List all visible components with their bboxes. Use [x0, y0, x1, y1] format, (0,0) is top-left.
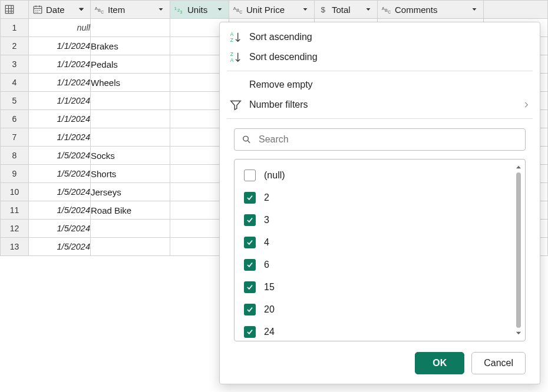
filter-value-item[interactable]: 3 — [239, 209, 513, 231]
column-filter-button[interactable] — [76, 5, 87, 14]
checkbox[interactable] — [244, 192, 256, 204]
column-header-unit-price[interactable]: ABC Unit Price — [229, 1, 315, 19]
filter-search[interactable] — [234, 128, 526, 151]
cancel-button[interactable]: Cancel — [471, 352, 526, 374]
menu-separator — [227, 71, 533, 71]
row-number[interactable]: 8 — [1, 147, 29, 165]
column-label: Units — [187, 5, 212, 15]
check-icon — [246, 328, 254, 336]
currency-type-icon: $ — [318, 4, 329, 15]
column-header-item[interactable]: ABC Item — [91, 1, 170, 19]
svg-text:C: C — [388, 10, 391, 14]
row-number[interactable]: 2 — [1, 37, 29, 55]
filter-value-label: 24 — [264, 327, 275, 337]
row-number[interactable]: 10 — [1, 183, 29, 201]
column-header-total[interactable]: $ Total — [315, 1, 378, 19]
filter-icon — [229, 98, 242, 111]
column-header-units[interactable]: 123 Units — [170, 1, 229, 19]
text-type-icon: ABC — [94, 4, 105, 15]
corner-cell[interactable] — [1, 1, 29, 19]
column-filter-button[interactable] — [363, 5, 374, 14]
ok-button[interactable]: OK — [415, 352, 464, 374]
row-number[interactable]: 7 — [1, 128, 29, 147]
row-number[interactable]: 13 — [1, 238, 29, 256]
row-number[interactable]: 9 — [1, 165, 29, 183]
filter-value-item[interactable]: 6 — [239, 254, 513, 276]
cell-date[interactable]: 1/1/2024 — [29, 55, 91, 74]
cell-item[interactable] — [91, 110, 170, 128]
cell-date[interactable]: 1/5/2024 — [29, 183, 91, 201]
cell-item[interactable] — [91, 128, 170, 147]
table-icon — [4, 4, 15, 15]
svg-text:$: $ — [321, 5, 326, 14]
cell-item[interactable]: Shorts — [91, 165, 170, 183]
checkbox[interactable] — [244, 259, 256, 271]
filter-value-item[interactable]: 20 — [239, 298, 513, 321]
column-header-comments[interactable]: ABC Comments — [378, 1, 484, 19]
row-number[interactable]: 3 — [1, 55, 29, 74]
svg-text:C: C — [101, 10, 104, 14]
row-number[interactable]: 11 — [1, 201, 29, 220]
number-filters-item[interactable]: Number filters — [220, 95, 540, 115]
cell-item[interactable] — [91, 220, 170, 238]
calendar-icon — [32, 4, 43, 15]
column-header-date[interactable]: Date — [29, 1, 91, 19]
column-filter-button[interactable] — [469, 5, 480, 14]
scroll-up-icon[interactable] — [514, 163, 523, 171]
cell-date[interactable]: 1/1/2024 — [29, 74, 91, 92]
filter-value-item[interactable]: 4 — [239, 231, 513, 254]
row-number[interactable]: 6 — [1, 110, 29, 128]
text-type-icon: ABC — [233, 4, 243, 15]
filter-value-item[interactable]: (null) — [239, 164, 513, 187]
cell-date[interactable]: 1/5/2024 — [29, 147, 91, 165]
cell-date[interactable]: 1/5/2024 — [29, 238, 91, 256]
checkbox[interactable] — [244, 281, 256, 293]
filter-search-input[interactable] — [258, 134, 518, 145]
cell-item[interactable]: Road Bike — [91, 201, 170, 220]
filter-value-label: 2 — [264, 192, 269, 203]
search-icon — [242, 134, 252, 145]
checkbox[interactable] — [244, 326, 256, 338]
svg-text:1: 1 — [174, 6, 177, 11]
filter-value-item[interactable]: 15 — [239, 276, 513, 298]
cell-item[interactable] — [91, 92, 170, 110]
scrollbar-thumb[interactable] — [516, 172, 521, 328]
scroll-down-icon[interactable] — [514, 329, 523, 337]
cell-date[interactable]: 1/1/2024 — [29, 128, 91, 147]
cell-date[interactable]: 1/5/2024 — [29, 201, 91, 220]
checkbox[interactable] — [244, 304, 256, 315]
row-number[interactable]: 5 — [1, 92, 29, 110]
cell-item[interactable] — [91, 238, 170, 256]
checkbox[interactable] — [244, 237, 256, 248]
cell-item[interactable]: Socks — [91, 147, 170, 165]
cell-date[interactable]: 1/1/2024 — [29, 37, 91, 55]
cell-item[interactable]: Brakes — [91, 37, 170, 55]
filter-value-item[interactable]: 24 — [239, 321, 513, 343]
cell-item[interactable]: Wheels — [91, 74, 170, 92]
column-label: Comments — [395, 5, 466, 15]
scrollbar[interactable] — [514, 163, 523, 337]
column-filter-button[interactable] — [156, 5, 166, 14]
cell-date[interactable]: 1/1/2024 — [29, 92, 91, 110]
row-number[interactable]: 12 — [1, 220, 29, 238]
cell-date[interactable]: 1/5/2024 — [29, 165, 91, 183]
cell-date[interactable]: null — [29, 19, 91, 37]
row-number[interactable]: 4 — [1, 74, 29, 92]
cell-date[interactable]: 1/5/2024 — [29, 220, 91, 238]
filter-value-item[interactable]: 2 — [239, 187, 513, 209]
row-number[interactable]: 1 — [1, 19, 29, 37]
checkbox[interactable] — [244, 170, 256, 181]
cell-item[interactable]: Pedals — [91, 55, 170, 74]
cell-date[interactable]: 1/1/2024 — [29, 110, 91, 128]
chevron-right-icon — [522, 101, 530, 109]
remove-empty-item[interactable]: Remove empty — [220, 75, 540, 95]
column-label: Item — [108, 5, 153, 15]
column-filter-button[interactable] — [300, 5, 311, 14]
chevron-down-icon — [471, 6, 478, 13]
cell-item[interactable] — [91, 19, 170, 37]
cell-item[interactable]: Jerseys — [91, 183, 170, 201]
sort-descending-item[interactable]: ZA Sort descending — [220, 47, 540, 67]
sort-ascending-item[interactable]: AZ Sort ascending — [220, 27, 540, 47]
checkbox[interactable] — [244, 214, 256, 226]
column-filter-button[interactable] — [214, 5, 225, 14]
